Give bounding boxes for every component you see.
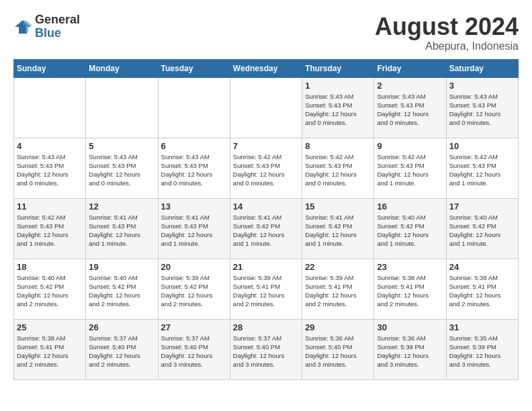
calendar-cell (14, 77, 86, 138)
day-info: Sunrise: 5:41 AMSunset: 5:42 PMDaylight:… (305, 213, 371, 248)
logo-blue: Blue (35, 27, 80, 40)
day-info: Sunrise: 5:40 AMSunset: 5:42 PMDaylight:… (17, 273, 83, 309)
calendar-cell: 9Sunrise: 5:42 AMSunset: 5:43 PMDaylight… (374, 138, 446, 198)
calendar-cell: 21Sunrise: 5:39 AMSunset: 5:41 PMDayligh… (230, 259, 302, 319)
day-number: 30 (377, 322, 443, 332)
day-number: 3 (449, 81, 515, 91)
calendar-cell: 14Sunrise: 5:41 AMSunset: 5:42 PMDayligh… (230, 198, 302, 259)
day-number: 24 (449, 262, 515, 272)
calendar-table: SundayMondayTuesdayWednesdayThursdayFrid… (13, 59, 519, 380)
calendar-cell: 20Sunrise: 5:39 AMSunset: 5:42 PMDayligh… (158, 259, 230, 319)
day-number: 12 (89, 201, 154, 212)
calendar-cell: 22Sunrise: 5:39 AMSunset: 5:41 PMDayligh… (302, 259, 374, 319)
day-info: Sunrise: 5:43 AMSunset: 5:43 PMDaylight:… (89, 152, 154, 188)
day-info: Sunrise: 5:38 AMSunset: 5:41 PMDaylight:… (17, 334, 83, 369)
logo-text: General Blue (35, 13, 80, 40)
day-number: 20 (161, 262, 227, 272)
calendar-cell (230, 77, 302, 138)
weekday-header-tuesday: Tuesday (158, 59, 230, 77)
day-number: 26 (89, 322, 154, 332)
day-info: Sunrise: 5:42 AMSunset: 5:43 PMDaylight:… (305, 152, 371, 188)
calendar-cell: 15Sunrise: 5:41 AMSunset: 5:42 PMDayligh… (302, 198, 374, 259)
day-info: Sunrise: 5:43 AMSunset: 5:43 PMDaylight:… (449, 92, 515, 128)
calendar-cell: 31Sunrise: 5:35 AMSunset: 5:39 PMDayligh… (446, 319, 518, 379)
calendar-cell: 10Sunrise: 5:42 AMSunset: 5:43 PMDayligh… (446, 138, 518, 198)
calendar-cell: 18Sunrise: 5:40 AMSunset: 5:42 PMDayligh… (14, 259, 86, 319)
day-number: 31 (449, 322, 515, 332)
day-info: Sunrise: 5:39 AMSunset: 5:41 PMDaylight:… (305, 273, 371, 309)
calendar-week-5: 25Sunrise: 5:38 AMSunset: 5:41 PMDayligh… (14, 319, 519, 379)
weekday-header-thursday: Thursday (302, 59, 374, 77)
day-info: Sunrise: 5:41 AMSunset: 5:43 PMDaylight:… (161, 213, 227, 248)
calendar-week-2: 4Sunrise: 5:43 AMSunset: 5:43 PMDaylight… (14, 138, 519, 198)
day-info: Sunrise: 5:41 AMSunset: 5:43 PMDaylight:… (89, 213, 154, 248)
calendar-cell: 8Sunrise: 5:42 AMSunset: 5:43 PMDaylight… (302, 138, 374, 198)
calendar-cell: 16Sunrise: 5:40 AMSunset: 5:42 PMDayligh… (374, 198, 446, 259)
day-number: 2 (377, 81, 443, 91)
day-number: 5 (89, 141, 154, 151)
day-info: Sunrise: 5:43 AMSunset: 5:43 PMDaylight:… (161, 152, 227, 188)
svg-marker-0 (15, 20, 31, 34)
calendar-cell: 1Sunrise: 5:43 AMSunset: 5:43 PMDaylight… (302, 77, 374, 138)
day-number: 22 (305, 262, 371, 272)
day-number: 28 (233, 322, 299, 332)
day-number: 14 (233, 201, 299, 212)
weekday-header-monday: Monday (86, 59, 158, 77)
day-info: Sunrise: 5:39 AMSunset: 5:41 PMDaylight:… (233, 273, 299, 309)
day-info: Sunrise: 5:36 AMSunset: 5:39 PMDaylight:… (377, 334, 443, 369)
calendar-cell: 6Sunrise: 5:43 AMSunset: 5:43 PMDaylight… (158, 138, 230, 198)
calendar-cell: 24Sunrise: 5:38 AMSunset: 5:41 PMDayligh… (446, 259, 518, 319)
calendar-cell: 17Sunrise: 5:40 AMSunset: 5:42 PMDayligh… (446, 198, 518, 259)
day-info: Sunrise: 5:40 AMSunset: 5:42 PMDaylight:… (377, 213, 443, 248)
day-info: Sunrise: 5:43 AMSunset: 5:43 PMDaylight:… (17, 152, 83, 188)
calendar-cell: 4Sunrise: 5:43 AMSunset: 5:43 PMDaylight… (14, 138, 86, 198)
day-info: Sunrise: 5:39 AMSunset: 5:42 PMDaylight:… (161, 273, 227, 309)
day-info: Sunrise: 5:36 AMSunset: 5:40 PMDaylight:… (305, 334, 371, 369)
day-info: Sunrise: 5:35 AMSunset: 5:39 PMDaylight:… (449, 334, 515, 369)
calendar-cell: 11Sunrise: 5:42 AMSunset: 5:43 PMDayligh… (14, 198, 86, 259)
day-number: 17 (449, 201, 515, 212)
day-number: 11 (17, 201, 83, 212)
month-title: August 2024 (375, 13, 519, 40)
day-info: Sunrise: 5:42 AMSunset: 5:43 PMDaylight:… (449, 152, 515, 188)
day-number: 9 (377, 141, 443, 151)
calendar-week-3: 11Sunrise: 5:42 AMSunset: 5:43 PMDayligh… (14, 198, 519, 259)
day-info: Sunrise: 5:42 AMSunset: 5:43 PMDaylight:… (233, 152, 299, 188)
day-info: Sunrise: 5:37 AMSunset: 5:40 PMDaylight:… (161, 334, 227, 369)
calendar-cell: 5Sunrise: 5:43 AMSunset: 5:43 PMDaylight… (86, 138, 158, 198)
day-number: 29 (305, 322, 371, 332)
calendar-week-1: 1Sunrise: 5:43 AMSunset: 5:43 PMDaylight… (14, 77, 519, 138)
calendar-cell: 3Sunrise: 5:43 AMSunset: 5:43 PMDaylight… (446, 77, 518, 138)
day-number: 10 (449, 141, 515, 151)
day-number: 7 (233, 141, 299, 151)
calendar-cell (158, 77, 230, 138)
calendar-cell: 23Sunrise: 5:38 AMSunset: 5:41 PMDayligh… (374, 259, 446, 319)
location-subtitle: Abepura, Indonesia (375, 40, 519, 52)
day-info: Sunrise: 5:37 AMSunset: 5:40 PMDaylight:… (233, 334, 299, 369)
calendar-cell: 30Sunrise: 5:36 AMSunset: 5:39 PMDayligh… (374, 319, 446, 379)
calendar-cell: 29Sunrise: 5:36 AMSunset: 5:40 PMDayligh… (302, 319, 374, 379)
calendar-cell: 12Sunrise: 5:41 AMSunset: 5:43 PMDayligh… (86, 198, 158, 259)
day-info: Sunrise: 5:38 AMSunset: 5:41 PMDaylight:… (449, 273, 515, 309)
day-info: Sunrise: 5:41 AMSunset: 5:42 PMDaylight:… (233, 213, 299, 248)
calendar-cell: 13Sunrise: 5:41 AMSunset: 5:43 PMDayligh… (158, 198, 230, 259)
day-number: 27 (161, 322, 227, 332)
calendar-cell: 19Sunrise: 5:40 AMSunset: 5:42 PMDayligh… (86, 259, 158, 319)
weekday-header-sunday: Sunday (14, 59, 86, 77)
calendar-header-row: SundayMondayTuesdayWednesdayThursdayFrid… (14, 59, 519, 77)
calendar-week-4: 18Sunrise: 5:40 AMSunset: 5:42 PMDayligh… (14, 259, 519, 319)
day-info: Sunrise: 5:38 AMSunset: 5:41 PMDaylight:… (377, 273, 443, 309)
calendar-cell: 28Sunrise: 5:37 AMSunset: 5:40 PMDayligh… (230, 319, 302, 379)
day-number: 25 (17, 322, 83, 332)
day-info: Sunrise: 5:40 AMSunset: 5:42 PMDaylight:… (89, 273, 154, 309)
day-number: 1 (305, 81, 371, 91)
logo-icon (13, 17, 32, 36)
day-info: Sunrise: 5:43 AMSunset: 5:43 PMDaylight:… (305, 92, 371, 128)
day-info: Sunrise: 5:40 AMSunset: 5:42 PMDaylight:… (449, 213, 515, 248)
day-number: 6 (161, 141, 227, 151)
day-info: Sunrise: 5:37 AMSunset: 5:40 PMDaylight:… (89, 334, 154, 369)
weekday-header-friday: Friday (374, 59, 446, 77)
logo: General Blue (13, 13, 80, 40)
calendar-cell: 26Sunrise: 5:37 AMSunset: 5:40 PMDayligh… (86, 319, 158, 379)
weekday-header-wednesday: Wednesday (230, 59, 302, 77)
